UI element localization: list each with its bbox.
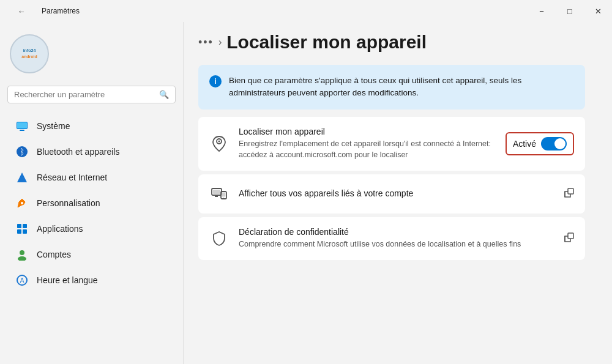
search-input[interactable] <box>14 90 154 99</box>
toggle-thumb <box>554 138 565 149</box>
systeme-icon <box>16 120 28 132</box>
confidentialite-icon <box>209 229 229 248</box>
titlebar: ← Paramètres − □ ✕ <box>0 0 612 22</box>
svg-rect-1 <box>20 130 24 131</box>
sidebar-item-label-heure: Heure et langue <box>37 275 98 285</box>
svg-rect-10 <box>23 229 27 234</box>
breadcrumb-separator: › <box>218 37 222 48</box>
bluetooth-icon: ᛒ <box>16 146 28 158</box>
localiser-toggle[interactable] <box>541 137 567 150</box>
afficher-title: Afficher tous vos appareils liés à votre… <box>239 188 554 198</box>
titlebar-controls: − □ ✕ <box>528 0 612 22</box>
svg-rect-2 <box>17 122 27 128</box>
reseau-icon <box>16 171 28 184</box>
confidentialite-ext-link-icon <box>564 232 574 245</box>
svg-rect-23 <box>568 188 573 194</box>
info-text: Bien que ce paramètre s'applique à tous … <box>229 75 574 100</box>
confidentialite-text: Déclaration de confidentialité Comprendr… <box>239 227 554 250</box>
svg-point-16 <box>218 140 220 142</box>
comptes-icon <box>16 248 28 261</box>
svg-point-11 <box>20 250 24 255</box>
setting-confidentialite[interactable]: Déclaration de confidentialité Comprendr… <box>198 217 585 260</box>
toggle-container: Activé <box>506 132 574 155</box>
svg-rect-8 <box>23 224 27 228</box>
afficher-control <box>564 188 574 200</box>
confidentialite-desc: Comprendre comment Microsoft utilise vos… <box>239 239 554 250</box>
svg-rect-24 <box>568 233 573 239</box>
info-card: i Bien que ce paramètre s'applique à tou… <box>198 65 585 110</box>
avatar-logo: info24 android <box>21 48 37 59</box>
localiser-icon <box>209 134 229 154</box>
sidebar-item-label-reseau: Réseau et Internet <box>37 173 107 182</box>
close-button[interactable]: ✕ <box>584 0 612 22</box>
svg-point-12 <box>18 256 26 261</box>
titlebar-title: Paramètres <box>42 7 80 15</box>
sidebar-item-comptes[interactable]: Comptes <box>4 242 179 267</box>
ext-link-icon <box>564 188 574 200</box>
confidentialite-title: Déclaration de confidentialité <box>239 227 554 237</box>
sidebar-item-systeme[interactable]: Système <box>4 114 179 138</box>
maximize-button[interactable]: □ <box>556 0 584 22</box>
svg-rect-21 <box>222 193 226 197</box>
localiser-control[interactable]: Activé <box>506 132 574 155</box>
svg-point-6 <box>21 202 23 204</box>
svg-rect-18 <box>213 190 220 194</box>
sidebar-item-applications[interactable]: Applications <box>4 217 179 241</box>
svg-marker-5 <box>17 173 27 182</box>
back-button[interactable]: ← <box>7 0 35 22</box>
sidebar: info24 android 🔍 Système ᛒ Bluetooth et … <box>0 22 184 364</box>
minimize-button[interactable]: − <box>528 0 556 22</box>
sidebar-item-label-applications: Applications <box>37 224 83 234</box>
breadcrumb-dots: ••• <box>198 36 214 49</box>
svg-text:A: A <box>20 277 24 284</box>
sidebar-item-heure[interactable]: A Heure et langue <box>4 268 179 292</box>
sidebar-item-label-comptes: Comptes <box>37 250 71 259</box>
localiser-desc: Enregistrez l'emplacement de cet apparei… <box>239 138 496 162</box>
personnalisation-icon <box>16 197 28 209</box>
svg-text:ᛒ: ᛒ <box>20 147 24 157</box>
svg-rect-7 <box>17 224 21 228</box>
avatar-area: info24 android <box>0 29 183 86</box>
localiser-title: Localiser mon appareil <box>239 127 496 136</box>
sidebar-item-reseau[interactable]: Réseau et Internet <box>4 165 179 190</box>
page-title: Localiser mon appareil <box>226 32 427 53</box>
heure-icon: A <box>16 274 28 286</box>
content-inner: ••• › Localiser mon appareil i Bien que … <box>184 22 600 278</box>
search-box[interactable]: 🔍 <box>7 86 176 103</box>
afficher-text: Afficher tous vos appareils liés à votre… <box>239 188 554 200</box>
confidentialite-control <box>564 232 574 245</box>
sidebar-item-label-systeme: Système <box>37 121 70 131</box>
main-container: info24 android 🔍 Système ᛒ Bluetooth et … <box>0 22 612 364</box>
page-header: ••• › Localiser mon appareil <box>198 32 585 53</box>
avatar: info24 android <box>10 34 49 73</box>
toggle-label: Activé <box>513 139 536 149</box>
info-icon: i <box>209 75 222 87</box>
localiser-text: Localiser mon appareil Enregistrez l'emp… <box>239 127 496 162</box>
svg-rect-19 <box>215 196 218 197</box>
setting-localiser: Localiser mon appareil Enregistrez l'emp… <box>198 117 585 171</box>
sidebar-item-bluetooth[interactable]: ᛒ Bluetooth et appareils <box>4 139 179 164</box>
sidebar-item-label-bluetooth: Bluetooth et appareils <box>37 147 119 157</box>
svg-point-22 <box>223 198 225 199</box>
search-icon: 🔍 <box>159 90 169 99</box>
sidebar-item-personnalisation[interactable]: Personnalisation <box>4 191 179 215</box>
svg-rect-9 <box>17 229 21 234</box>
afficher-icon <box>209 184 229 204</box>
sidebar-item-label-personnalisation: Personnalisation <box>37 198 100 208</box>
content-area: ••• › Localiser mon appareil i Bien que … <box>184 22 612 364</box>
applications-icon <box>16 223 28 235</box>
setting-afficher[interactable]: Afficher tous vos appareils liés à votre… <box>198 174 585 214</box>
titlebar-left: ← Paramètres <box>7 0 80 22</box>
